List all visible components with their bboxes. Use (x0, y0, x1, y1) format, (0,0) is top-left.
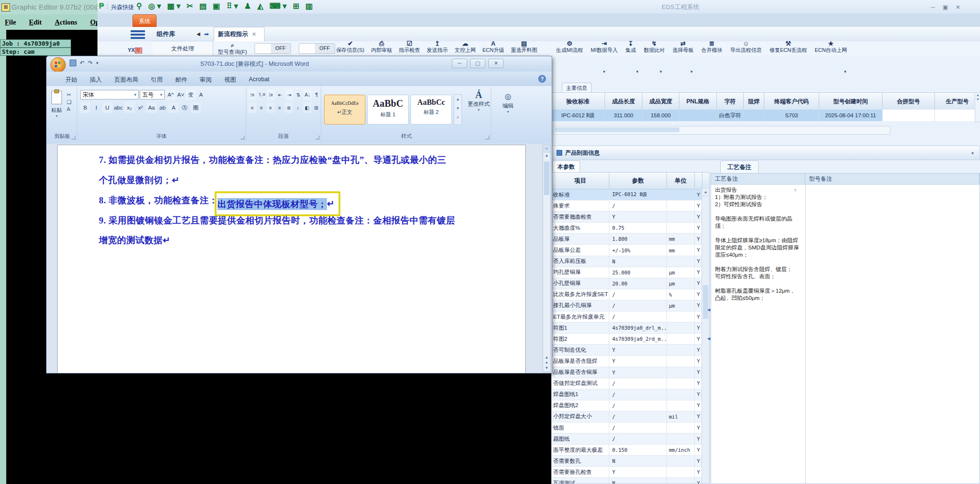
font-format-button[interactable]: Aa (146, 102, 157, 113)
word-ribbon-tab[interactable]: Acrobat (242, 74, 276, 86)
style-card-heading1[interactable]: AaBbC 标题 1 (367, 95, 409, 124)
param-table-row[interactable]: 品板厚公差 +/-10% mm Y (552, 245, 709, 256)
word-window-control-button[interactable]: ─ (452, 59, 467, 68)
paragraph-tool-button[interactable]: ⁞≡ (267, 89, 275, 100)
column-header[interactable]: 验收标准 (551, 93, 605, 110)
column-header[interactable]: PNL规格 (679, 93, 717, 110)
main-info-data-row[interactable]: IPC-6012 Ⅱ级 311.000 158.000 白色字符 S703 20… (551, 110, 980, 121)
paste-button[interactable]: 粘贴 ▾ (48, 89, 65, 131)
font-tool-button[interactable]: A (196, 89, 206, 100)
eds-top-toolbar-icon[interactable]: ⠿ ▾ (226, 1, 238, 11)
doc-selected-text[interactable]: 出货报告中体现板材型号； (218, 198, 327, 210)
eds-top-toolbar-icon[interactable]: ▤ (199, 1, 206, 11)
undo-icon[interactable]: ↶ (80, 60, 85, 66)
scroll-up-icon[interactable]: ▲ (543, 152, 550, 159)
graphic-editor-menu-item[interactable]: File (5, 18, 16, 26)
filter-caret-icon[interactable]: ▾ (636, 69, 639, 74)
font-format-button[interactable]: x² (135, 102, 145, 113)
param-table-row[interactable]: 接孔最小孔铜厚 / μm Y (552, 300, 709, 311)
column-header[interactable]: 型号备注 (805, 174, 980, 184)
param-table-row[interactable]: 否需要数孔 N Y (552, 456, 709, 467)
column-header[interactable]: 阻焊 (744, 93, 764, 110)
param-table-row[interactable]: 否需要验孔检查 Y Y (552, 467, 709, 478)
word-vscrollbar[interactable]: ▭ ▲ ▲●▼ (543, 145, 551, 372)
sidebar-item-file-processing[interactable]: 文件处理 (153, 41, 213, 56)
paragraph-format-button[interactable]: ≡ (257, 102, 266, 113)
browse-buttons[interactable]: ▲●▼ (543, 355, 550, 371)
param-table-row[interactable]: 符图1 4s70309ja0_drl_m... Y (552, 323, 709, 334)
param-table-row[interactable]: 题图纸 / Y (552, 434, 709, 445)
help-icon[interactable]: ? (538, 75, 546, 83)
param-table-row[interactable]: 否入库前压板 N Y (552, 256, 709, 267)
font-format-button[interactable]: Ⓐ (180, 102, 190, 113)
eds-toolbar-button[interactable]: ☁ 文控上网 (455, 40, 476, 53)
param-table-row[interactable]: ET最多允许报废单元 / Y (552, 311, 709, 323)
eds-toolbar-button[interactable]: ⎙ 内部审核 (371, 40, 392, 53)
office-button[interactable] (50, 57, 66, 73)
param-table-row[interactable]: 小孔壁铜厚 20.00 μm Y (552, 278, 709, 289)
paragraph-tool-button[interactable]: ⒈≡ (257, 89, 266, 100)
close-icon[interactable]: ✕ (252, 31, 256, 37)
eds-toolbar-button[interactable]: ▤ 重选开料图 (511, 40, 537, 53)
model-query-button[interactable]: ⌕ 型号查询(F) (215, 42, 250, 56)
font-format-button[interactable]: A (169, 102, 179, 113)
font-format-button[interactable]: x₂ (124, 102, 134, 113)
font-format-button[interactable]: B (80, 102, 90, 113)
pin-arrow-icon[interactable]: ➡ (204, 31, 209, 37)
param-table-row[interactable]: 焊盘图纸1 / Y (552, 389, 709, 400)
param-table-row[interactable]: 镜面 / Y (552, 422, 709, 434)
paragraph-tool-button[interactable]: ⇤ (276, 89, 284, 100)
clipboard-mini-button[interactable]: ✂ (67, 92, 72, 98)
column-header[interactable]: 型号创建时间 (819, 93, 883, 110)
dialog-launcher-icon[interactable] (241, 136, 244, 139)
qat-dropdown-icon[interactable]: ▾ (96, 61, 98, 65)
param-table-row[interactable]: 否做邦定焊盘测试 / Y (552, 378, 709, 389)
filter-caret-icon[interactable]: ▾ (844, 69, 847, 74)
font-name-combobox[interactable]: 宋体▾ (80, 90, 139, 99)
tab-process-notes[interactable]: 工艺备注 (720, 161, 759, 174)
eds-top-toolbar-icon[interactable]: ⚲ (136, 1, 142, 11)
param-table-row[interactable]: 殊要求 / Y (552, 200, 709, 211)
tab-system[interactable]: 系统 (133, 14, 157, 27)
word-ribbon-tab[interactable]: 开始 (59, 74, 84, 86)
param-table-row[interactable]: 小邦定焊盘大小 / mil Y (552, 411, 709, 422)
eds-top-toolbar-icon[interactable]: ▣ (213, 1, 220, 11)
splitter-collapse-icon[interactable]: ◀ (707, 308, 710, 312)
eds-window-control-button[interactable]: ─ (927, 4, 939, 11)
word-titlebar[interactable]: ↶ ↷ ▾ S703-71.doc [兼容模式] - Microsoft Wor… (47, 56, 552, 72)
eds-top-toolbar-icon[interactable]: ◭ (257, 1, 263, 11)
style-card-heading2[interactable]: AaBbCc 标题 2 (411, 95, 452, 124)
scroll-up-icon[interactable]: ▲ (702, 189, 709, 196)
column-header[interactable]: 生产型号 (935, 93, 980, 110)
word-window-control-button[interactable]: ▢ (470, 59, 485, 68)
param-table-row[interactable]: 比次最多允许报废SET / % Y (552, 289, 709, 300)
tab-main-info[interactable]: 主要信息 (562, 83, 592, 93)
eds-top-toolbar-icon[interactable]: ▦ ▾ (167, 1, 181, 11)
column-header[interactable]: 合拼型号 (883, 93, 935, 110)
dialog-launcher-icon[interactable] (485, 136, 489, 139)
param-table-row[interactable]: 否需要翘曲检查 Y Y (552, 211, 709, 223)
param-table-row[interactable]: 大翘曲度% 0.75 Y (552, 223, 709, 234)
eds-top-toolbar-icon[interactable]: ◎ ▾ (148, 1, 161, 11)
column-header[interactable]: 项目 (552, 173, 609, 189)
paragraph-format-button[interactable]: ≡ (266, 102, 275, 113)
word-ribbon-tab[interactable]: 审阅 (194, 74, 218, 86)
yx-stamp-icon[interactable]: YX印 (128, 47, 147, 56)
eds-toolbar-button[interactable]: A ECN升级 (483, 40, 504, 53)
section-product-profile[interactable]: 产品剖面信息 ▾ (551, 146, 980, 160)
paragraph-format-button[interactable]: ≣ (285, 102, 293, 113)
paragraph-tool-button[interactable]: ¶ (313, 89, 321, 100)
filter-caret-icon[interactable]: ▾ (603, 69, 605, 74)
font-tool-button[interactable]: 变 (186, 89, 196, 100)
eds-top-toolbar-icon[interactable]: ⌨ ▾ (269, 1, 287, 11)
toggle-switch-1[interactable]: OFF (254, 43, 291, 54)
column-header[interactable]: 参数 (609, 173, 667, 189)
filter-caret-icon[interactable]: ▾ (690, 69, 693, 74)
word-ribbon-tab[interactable]: 引用 (145, 74, 169, 86)
eds-window-control-button[interactable]: ✕ (952, 4, 964, 11)
dialog-launcher-icon[interactable] (72, 136, 75, 139)
ruler-toggle-icon[interactable]: ▭ (543, 145, 550, 152)
word-window-control-button[interactable]: ✕ (488, 59, 504, 68)
param-table-row[interactable]: 符图2 4s70309ja0_2rd_m... Y (552, 334, 709, 345)
splitter-collapse-icon[interactable]: ◀ (707, 336, 710, 341)
